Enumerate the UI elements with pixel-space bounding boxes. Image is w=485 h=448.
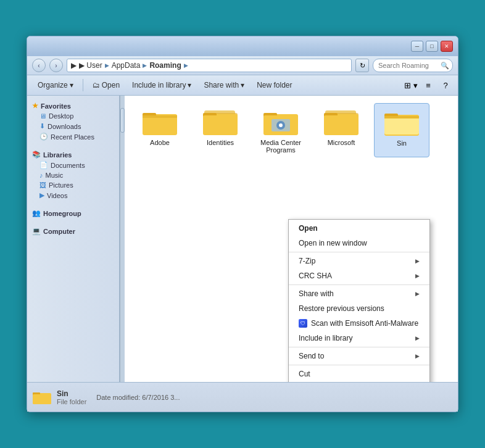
sidebar-scroll-thumb[interactable] bbox=[120, 108, 125, 133]
homegroup-icon: 👥 bbox=[32, 209, 41, 217]
ctx-arrow-send: ▶ bbox=[415, 353, 420, 359]
path-sep3: ▶ bbox=[184, 62, 188, 68]
address-path[interactable]: ▶ ▶ User ▶ AppData ▶ Roaming ▶ bbox=[67, 59, 352, 72]
sidebar-item-downloads[interactable]: ⬇ Downloads bbox=[30, 121, 117, 131]
close-button[interactable]: ✕ bbox=[441, 41, 453, 52]
sidebar-item-documents[interactable]: 📄 Documents bbox=[30, 160, 117, 170]
help-button[interactable]: ? bbox=[438, 78, 453, 92]
ctx-restore-versions[interactable]: Restore previous versions bbox=[289, 301, 429, 316]
pictures-icon: 🖼 bbox=[39, 181, 46, 189]
svg-rect-3 bbox=[143, 115, 177, 118]
ctx-open[interactable]: Open bbox=[289, 221, 429, 236]
open-button[interactable]: 🗂 Open bbox=[87, 78, 125, 93]
sidebar-item-recent-places[interactable]: 🕒 Recent Places bbox=[30, 131, 117, 142]
toolbar-separator-1 bbox=[83, 79, 83, 91]
status-date: Date modified: 6/7/2016 3... bbox=[96, 394, 180, 401]
videos-icon: ▶ bbox=[39, 191, 44, 199]
svg-rect-26 bbox=[33, 394, 51, 404]
libraries-section: 📚 Libraries 📄 Documents ♪ Music 🖼 Pictur… bbox=[30, 149, 117, 201]
minimize-button[interactable]: ─ bbox=[411, 41, 423, 52]
downloads-icon: ⬇ bbox=[39, 122, 45, 130]
ctx-crc-sha[interactable]: CRC SHA ▶ bbox=[289, 268, 429, 283]
folder-microsoft[interactable]: Microsoft bbox=[313, 103, 369, 157]
desktop-icon: 🖥 bbox=[39, 112, 46, 120]
svg-rect-22 bbox=[384, 116, 419, 135]
status-folder-name: Sin bbox=[57, 389, 86, 398]
path-sep2: ▶ bbox=[143, 62, 147, 68]
shield-icon: 🛡 bbox=[299, 319, 307, 328]
recent-icon: 🕒 bbox=[39, 133, 48, 141]
homegroup-section: 👥 Homegroup bbox=[30, 208, 117, 218]
maximize-button[interactable]: □ bbox=[426, 41, 438, 52]
computer-section: 💻 Computer bbox=[30, 226, 117, 236]
sidebar-computer-header[interactable]: 💻 Computer bbox=[30, 226, 117, 236]
path-icon: ▶ bbox=[71, 61, 77, 70]
ctx-open-new-window[interactable]: Open in new window bbox=[289, 236, 429, 251]
sidebar-scrollbar[interactable] bbox=[120, 96, 125, 382]
path-appdata: AppData bbox=[112, 61, 141, 70]
new-folder-button[interactable]: New folder bbox=[251, 78, 297, 93]
ctx-copy[interactable]: Copy bbox=[289, 381, 429, 382]
ctx-7zip[interactable]: 7-Zip ▶ bbox=[289, 254, 429, 268]
svg-rect-8 bbox=[203, 115, 238, 134]
documents-icon: 📄 bbox=[39, 161, 48, 169]
folder-media-center-label: Media Center Programs bbox=[257, 139, 305, 154]
library-icon: 📚 bbox=[32, 151, 41, 159]
path-roaming: Roaming bbox=[149, 61, 181, 70]
ctx-arrow-7zip: ▶ bbox=[415, 258, 420, 264]
refresh-button[interactable]: ↻ bbox=[355, 59, 369, 72]
toolbar: Organize ▾ 🗂 Open Include in library ▾ S… bbox=[27, 75, 458, 96]
folder-sin-icon bbox=[383, 107, 420, 137]
computer-icon: 💻 bbox=[32, 227, 41, 235]
ctx-include-library[interactable]: Include in library ▶ bbox=[289, 331, 429, 346]
include-library-button[interactable]: Include in library ▾ bbox=[126, 78, 197, 93]
sidebar-favorites-header[interactable]: ★ Favorites bbox=[30, 101, 117, 111]
folder-identities[interactable]: Identities bbox=[193, 103, 248, 157]
ctx-scan-emsisoft[interactable]: 🛡 Scan with Emsisoft Anti-Malware bbox=[289, 316, 429, 331]
address-bar: ‹ › ▶ ▶ User ▶ AppData ▶ Roaming ▶ ↻ 🔍 bbox=[27, 56, 458, 75]
status-info: Sin File folder bbox=[57, 389, 86, 405]
folder-media-center[interactable]: Media Center Programs bbox=[253, 103, 309, 157]
music-icon: ♪ bbox=[39, 172, 43, 179]
search-wrapper: 🔍 bbox=[373, 59, 453, 72]
folder-identities-label: Identities bbox=[207, 139, 234, 146]
path-user: ▶ User bbox=[79, 61, 102, 70]
folder-microsoft-icon bbox=[323, 107, 360, 136]
content-area: Adobe Identities bbox=[125, 96, 458, 382]
ctx-send-to[interactable]: Send to ▶ bbox=[289, 349, 429, 363]
ctx-sep-1 bbox=[289, 252, 429, 252]
ctx-arrow-library: ▶ bbox=[415, 335, 420, 341]
view-details-button[interactable]: ≡ bbox=[421, 78, 436, 92]
status-folder-type: File folder bbox=[57, 398, 86, 405]
ctx-arrow-crc: ▶ bbox=[415, 273, 420, 279]
explorer-window: ─ □ ✕ ‹ › ▶ ▶ User ▶ AppData ▶ Roaming ▶… bbox=[27, 36, 458, 412]
forward-button[interactable]: › bbox=[49, 59, 63, 72]
folder-sin[interactable]: Sin bbox=[374, 103, 429, 157]
ctx-sep-3 bbox=[289, 347, 429, 347]
status-bar: Sin File folder Date modified: 6/7/2016 … bbox=[27, 382, 458, 412]
favorites-section: ★ Favorites 🖥 Desktop ⬇ Downloads 🕒 Rece… bbox=[30, 101, 117, 142]
folder-microsoft-label: Microsoft bbox=[328, 139, 355, 146]
ctx-cut[interactable]: Cut bbox=[289, 367, 429, 381]
svg-point-14 bbox=[279, 123, 283, 127]
svg-rect-23 bbox=[384, 116, 419, 118]
main-area: ★ Favorites 🖥 Desktop ⬇ Downloads 🕒 Rece… bbox=[27, 96, 458, 382]
sidebar-item-pictures[interactable]: 🖼 Pictures bbox=[30, 180, 117, 190]
view-icons-button[interactable]: ⊞ ▾ bbox=[404, 78, 418, 92]
svg-rect-19 bbox=[324, 115, 359, 134]
folder-adobe[interactable]: Adobe bbox=[132, 103, 188, 157]
star-icon: ★ bbox=[32, 102, 38, 110]
folder-adobe-label: Adobe bbox=[150, 139, 170, 146]
sidebar-item-videos[interactable]: ▶ Videos bbox=[30, 190, 117, 201]
sidebar-homegroup-header[interactable]: 👥 Homegroup bbox=[30, 208, 117, 218]
context-menu: Open Open in new window 7-Zip ▶ CRC SHA … bbox=[288, 219, 430, 382]
sidebar-item-music[interactable]: ♪ Music bbox=[30, 170, 117, 180]
sidebar-item-desktop[interactable]: 🖥 Desktop bbox=[30, 111, 117, 121]
back-button[interactable]: ‹ bbox=[32, 59, 46, 72]
ctx-share-with[interactable]: Share with ▶ bbox=[289, 286, 429, 301]
search-input[interactable] bbox=[373, 59, 453, 72]
share-with-button[interactable]: Share with ▾ bbox=[198, 78, 250, 93]
folder-identities-icon bbox=[202, 107, 239, 136]
sidebar-libraries-header[interactable]: 📚 Libraries bbox=[30, 149, 117, 160]
organize-button[interactable]: Organize ▾ bbox=[32, 78, 79, 93]
